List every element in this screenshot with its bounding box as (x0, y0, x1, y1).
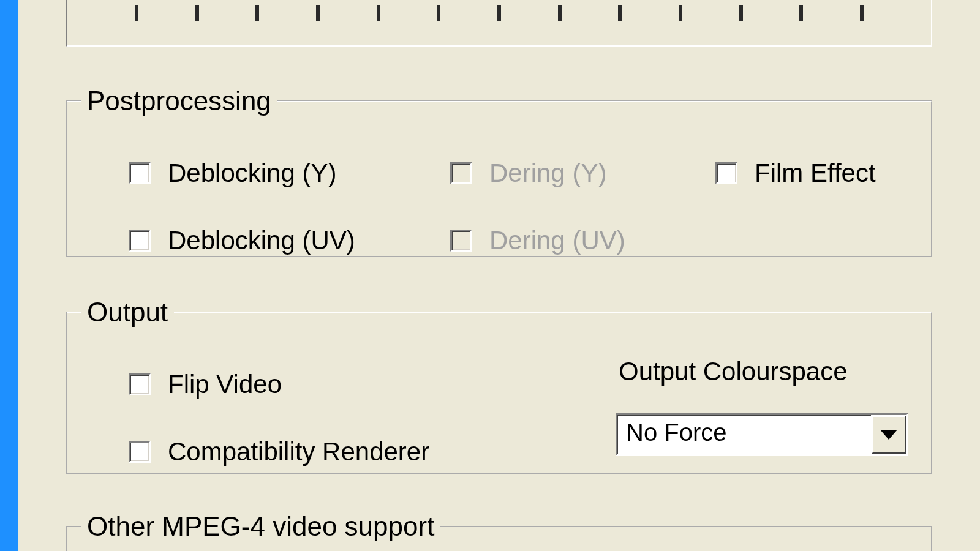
slider-tick (255, 5, 259, 21)
group-output-legend: Output (81, 297, 174, 328)
checkbox-compat-renderer[interactable]: Compatibility Renderer (129, 438, 429, 466)
combo-drop-button[interactable] (871, 415, 907, 454)
group-postprocessing: Postprocessing Deblocking (Y) Deblocking… (66, 86, 932, 257)
group-other-mpeg4: Other MPEG-4 video support (66, 511, 932, 551)
checkbox-label: Flip Video (168, 370, 282, 399)
slider-tick (437, 5, 440, 21)
checkbox-box-icon (129, 373, 151, 395)
slider-tick (739, 5, 743, 21)
checkbox-box-icon (129, 162, 151, 184)
checkbox-deblocking-uv[interactable]: Deblocking (UV) (129, 227, 355, 255)
chevron-down-icon (880, 430, 897, 440)
slider-tick (618, 5, 622, 21)
checkbox-box-icon (129, 230, 151, 252)
checkbox-box-icon (129, 441, 151, 463)
slider-tick (135, 5, 138, 21)
slider-tick (377, 5, 380, 21)
checkbox-label: Deblocking (Y) (168, 159, 336, 188)
checkbox-dering-y: Dering (Y) (450, 159, 606, 187)
checkbox-label: Film Effect (755, 159, 876, 188)
checkbox-box-icon (715, 162, 737, 184)
checkbox-flip-video[interactable]: Flip Video (129, 370, 282, 399)
checkbox-box-icon (450, 162, 472, 184)
group-postprocessing-legend: Postprocessing (81, 86, 277, 116)
checkbox-label: Compatibility Renderer (168, 437, 429, 467)
checkbox-label: Deblocking (UV) (168, 226, 355, 255)
checkbox-label: Dering (Y) (489, 159, 606, 188)
checkbox-film-effect[interactable]: Film Effect (715, 159, 876, 187)
slider-tick (497, 5, 501, 21)
combo-value: No Force (617, 415, 871, 454)
checkbox-deblocking-y[interactable]: Deblocking (Y) (129, 159, 336, 187)
checkbox-box-icon (450, 230, 472, 252)
checkbox-dering-uv: Dering (UV) (450, 227, 625, 255)
label-output-colourspace: Output Colourspace (619, 357, 848, 386)
slider-tick (316, 5, 320, 21)
slider-tick (799, 5, 803, 21)
slider-tick (195, 5, 199, 21)
combo-output-colourspace[interactable]: No Force (616, 413, 908, 456)
checkbox-label: Dering (UV) (489, 226, 625, 255)
slider-tick (860, 5, 864, 21)
slider-tick (558, 5, 562, 21)
slider-ticks (67, 5, 931, 21)
brightness-slider-panel (66, 0, 932, 47)
group-other-mpeg4-legend: Other MPEG-4 video support (81, 511, 440, 542)
group-output: Output Flip Video Compatibility Renderer… (66, 297, 932, 474)
slider-tick (679, 5, 682, 21)
client-area: Postprocessing Deblocking (Y) Deblocking… (18, 0, 980, 551)
